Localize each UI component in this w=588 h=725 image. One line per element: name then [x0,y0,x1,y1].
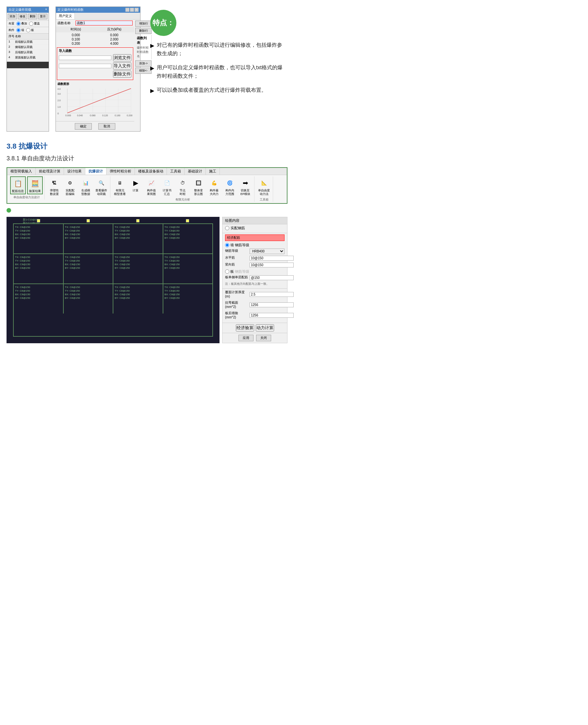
confirm-btn[interactable]: 确定 [75,123,92,130]
component-label: 构件 [8,28,14,32]
cover-input[interactable] [250,292,294,297]
fem-view-icon: 🖥 [114,177,126,189]
rtab-preproc[interactable]: 前处理及计算 [36,168,64,175]
shear-input[interactable] [250,313,294,318]
rtab-design[interactable]: 设计结果 [64,168,85,175]
svg-text:0.000: 0.000 [65,114,71,116]
btn-delete[interactable]: 删除 [28,14,37,19]
left-dialog-close[interactable]: × [45,7,47,12]
dynamic-calc-btn[interactable]: 动力计算 [256,324,274,332]
group-2-items: 🏗 弹塑性数设置 ⚙ 实配配筋编辑 📊 生成模型数据 🔍 查看爆炸动荷载 [47,176,108,197]
delete-file-btn[interactable]: 删除文件 [113,70,131,78]
table-row[interactable]: 1 前墙默认荷载 [7,40,49,45]
cover-option[interactable]: 覆盖 [29,22,40,26]
ribbon-group-4: 📐 单自由度动力法 工具箱 [255,176,273,202]
slab-radio[interactable]: 板 钢筋等级 [225,269,285,274]
table-row[interactable]: 3 后墙默认荷载 [7,50,49,55]
btn-rebar-info[interactable]: 📋 配筋信息 [10,176,26,194]
group-4-label: 工具箱 [260,197,269,202]
rtab-model[interactable]: 模型荷载输入 [7,168,36,175]
btn-gen-model[interactable]: 📊 生成模型数据 [78,176,93,197]
rtab-elastic[interactable]: 弹性时程分析 [106,168,135,175]
econ-check-btn[interactable]: 经济验算 [236,324,254,332]
node-time-icon: ⏱ [177,177,188,189]
browse-btn[interactable]: 浏览文件 [113,54,131,61]
btn-edit[interactable]: 修改 [18,14,27,19]
cell-text: TX: C8@150TY: C8@150BX: C8@150BY: C8@150 [15,255,62,270]
restore-btn[interactable]: □ [130,8,134,12]
cell-text: TX: C8@150TY: C8@150BX: C8@150BY: C8@150 [165,255,211,270]
grid-cell: TX: C8@150TY: C8@150BX: C8@150BY: C8@150 [64,284,114,314]
btn-calc-summary[interactable]: 📄 计算书汇总 [160,176,174,197]
btn-switch-ep[interactable]: ➡ 切换至EP模块 [238,176,253,197]
slab-single-input[interactable] [250,275,294,280]
view-option-label[interactable]: 实配钢筋 [225,226,285,231]
shear-label: 板后墙验(mm^2) [225,311,248,319]
vertical-input[interactable] [250,262,294,268]
view-option-section: 实配钢筋 [223,225,287,233]
pressure-col: 压力(kPa) [96,27,133,32]
import-name-input[interactable] [59,64,111,68]
import-path-input[interactable] [59,56,111,60]
deform-icon: 🔲 [192,177,204,189]
table-row[interactable]: 2 侧墙默认荷载 [7,45,49,50]
btn-deform[interactable]: 🔲 整体变形云图 [191,176,206,197]
btn-node-time[interactable]: ⏱ 节点时程 [175,176,190,197]
ribbon-group-3: 🖥 有限元模型查看 ▶ 计算 📈 构件值果简图 📄 计算书汇总 ⏱ 节 [111,176,254,202]
max-force-icon: 💪 [208,177,220,189]
horizontal-input[interactable] [250,256,294,261]
minimize-btn[interactable]: — [125,8,129,12]
close-btn[interactable]: × [134,8,139,12]
func-name-input[interactable] [76,21,133,25]
vertical-field: 竖向筋 [225,262,285,268]
import-btn[interactable]: 导入文件 [113,62,131,69]
feature-badge: 特点： [150,10,176,36]
btn-sdof[interactable]: 📐 单自由度动力法 [257,176,271,197]
slab-option[interactable]: 板 [26,28,34,32]
import-title: 导入函数 [59,49,131,53]
wall-radio[interactable]: 墙 钢筋等级 [225,243,285,248]
btn-check-result[interactable]: 🧮 验算结果 [27,176,43,194]
grid-cell: TX: C8@150TY: C8@150BX: C8@150BY: C8@150 [113,254,163,283]
import-section: 导入函数 浏览文件 导入文件 删除文件 [57,47,133,80]
rtab-construction[interactable]: 施工 [206,168,220,175]
rtab-slab[interactable]: 楼板及设备振动 [135,168,167,175]
arrow-icon-2: ▶ [150,64,154,80]
overlay-option[interactable]: 叠加 [16,22,27,26]
grid-row-3: TX: C8@150TY: C8@150BX: C8@150BY: C8@150… [14,284,212,314]
cancel-btn[interactable]: 取消 [98,123,115,130]
svg-text:0.080: 0.080 [90,114,96,116]
rtab-blast[interactable]: 抗爆设计 [85,168,106,175]
table-row[interactable]: 4 屋面板默认荷载 [7,55,49,60]
btn-member-val[interactable]: 📈 构件值果简图 [144,176,159,197]
btn-actual-rebar[interactable]: ⚙ 实配配筋编辑 [63,176,77,197]
feature-item-2: ▶ 用户可以自定义爆炸时程函数，也可以导入txt格式的爆炸时程函数文件； [150,63,284,80]
btn-elastoplastic[interactable]: 🏗 弹塑性数设置 [47,176,61,197]
calc-summary-label: 计算书汇总 [163,189,171,196]
tab-user-defined[interactable]: 用户定义 [56,13,75,19]
rtab-tools[interactable]: 工具箱 [167,168,185,175]
grid-row-1: TX: C8@150TY: C8@150BX: C8@150BY: C8@150… [14,224,212,254]
apply-btn[interactable]: 应用 [238,335,253,341]
btn-calc[interactable]: ▶ 计算 [128,176,143,197]
close-btn[interactable]: 关闭 [256,335,271,341]
btn-add[interactable]: 添加 [8,14,17,19]
cell-text: TX: C8@150TY: C8@150BX: C8@150BY: C8@150 [15,285,62,300]
rtab-foundation[interactable]: 基础设计 [185,168,206,175]
grid-cell: TX: C8@150TY: C8@150BX: C8@150BY: C8@150 [14,224,64,253]
bending-input[interactable] [250,302,294,307]
drawing-main: 架1:C10@150架2:C12@100 [6,217,288,343]
gen-model-label: 生成模型数据 [81,189,90,196]
btn-max-force[interactable]: 💪 构件最大内力 [207,176,221,197]
cell-text: TX: C8@150TY: C8@150BX: C8@150BY: C8@150 [65,225,112,240]
wall-option[interactable]: 墙 [16,28,24,32]
cell-text: TX: C8@150TY: C8@150BX: C8@150BY: C8@150 [115,225,161,240]
steel-grade-select[interactable]: HRB400 [250,249,285,254]
btn-show[interactable]: 显示 [38,14,47,19]
ribbon-tabs: 模型荷载输入 前处理及计算 设计结果 抗爆设计 弹性时程分析 楼板及设备振动 工… [7,168,287,175]
dialog-left-panel: 函数名称 时间(s) 压力(kPa) 0.000 0.000 0.100 [56,20,134,131]
btn-view-load[interactable]: 🔍 查看爆炸动荷载 [94,176,108,197]
junction-marker [87,219,90,222]
btn-force-range[interactable]: 🌀 构件内力范围 [223,176,237,197]
btn-fem-view[interactable]: 🖥 有限元模型查看 [113,176,127,197]
